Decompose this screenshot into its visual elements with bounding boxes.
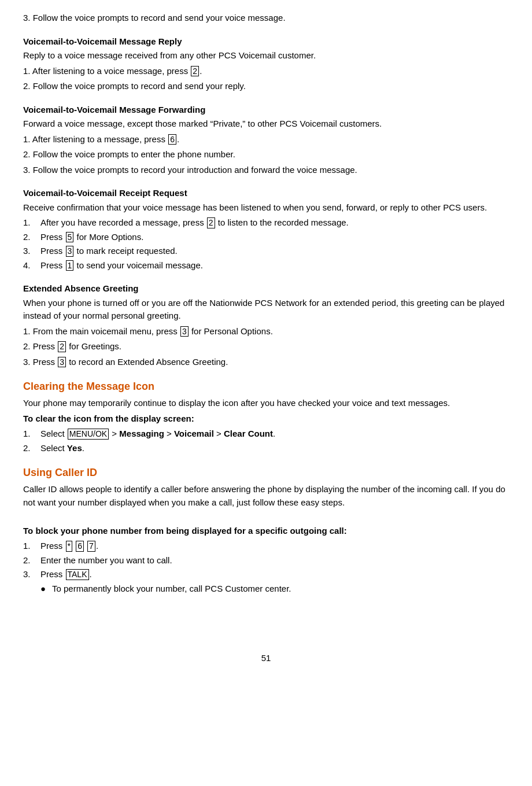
extended-absence-line1: When your phone is turned off or you are…	[23, 297, 509, 323]
vmvm-forward-step3: 3. Follow the voice prompts to record yo…	[23, 164, 509, 177]
step3-follow-text: 3. Follow the voice prompts to record an…	[23, 12, 509, 25]
menu-ok-key: MENU/OK	[68, 429, 109, 440]
clearing-step2: 2. Select Yes.	[23, 442, 509, 455]
extended-absence-step2: 2. Press 2 for Greetings.	[23, 340, 509, 353]
vmvm-forward-heading: Voicemail-to-Voicemail Message Forwardin…	[23, 104, 509, 117]
vmvm-forward-step2: 2. Follow the voice prompts to enter the…	[23, 148, 509, 161]
caller-id-line1: Caller ID allows people to identify a ca…	[23, 483, 509, 509]
step3-follow-section: 3. Follow the voice prompts to record an…	[23, 12, 509, 25]
key-star: *	[66, 541, 72, 552]
caller-id-step3: 3. Press TALK.	[23, 568, 509, 581]
vmvm-receipt-section: Voicemail-to-Voicemail Receipt Request R…	[23, 187, 509, 272]
clearing-step1: 1. Select MENU/OK > Messaging > Voicemai…	[23, 427, 509, 441]
key-1: 1	[66, 260, 74, 271]
clearing-heading: Clearing the Message Icon	[23, 379, 509, 394]
page-number: 51	[261, 653, 271, 663]
key-3-ext: 3	[180, 326, 189, 337]
vmvm-reply-heading: Voicemail-to-Voicemail Message Reply	[23, 35, 509, 49]
vmvm-reply-step1: 1. After listening to a voice message, p…	[23, 65, 509, 78]
key-2: 2	[191, 66, 199, 77]
extended-absence-section: Extended Absence Greeting When your phon…	[23, 282, 509, 368]
key-7-cid: 7	[87, 541, 95, 552]
vmvm-forward-step1: 1. After listening to a message, press 6…	[23, 133, 509, 146]
vmvm-forward-line1: Forward a voice message, except those ma…	[23, 117, 509, 131]
key-6: 6	[168, 134, 176, 145]
vmvm-reply-line1: Reply to a voice message received from a…	[23, 49, 509, 62]
receipt-step1: 1. After you have recorded a message, pr…	[23, 216, 509, 230]
caller-id-section: Using Caller ID Caller ID allows people …	[23, 465, 509, 595]
caller-id-bullet-text: To permanently block your number, call P…	[52, 582, 291, 596]
clearing-bold-label: To clear the icon from the display scree…	[23, 412, 509, 426]
extended-absence-step1: 1. From the main voicemail menu, press 3…	[23, 325, 509, 338]
caller-id-bullet: ● To permanently block your number, call…	[40, 582, 509, 596]
vmvm-receipt-heading: Voicemail-to-Voicemail Receipt Request	[23, 187, 509, 200]
extended-absence-heading: Extended Absence Greeting	[23, 282, 509, 296]
caller-id-step1: 1. Press * 6 7.	[23, 540, 509, 553]
vmvm-forward-section: Voicemail-to-Voicemail Message Forwardin…	[23, 104, 509, 177]
vmvm-receipt-line1: Receive confirmation that your voice mes…	[23, 201, 509, 215]
extended-absence-step3: 3. Press 3 to record an Extended Absence…	[23, 356, 509, 369]
receipt-step3: 3. Press 3 to mark receipt requested.	[23, 245, 509, 258]
key-2-receipt: 2	[207, 217, 215, 228]
page-content: 3. Follow the voice prompts to record an…	[0, 0, 532, 629]
caller-id-heading: Using Caller ID	[23, 465, 509, 481]
vmvm-reply-section: Voicemail-to-Voicemail Message Reply Rep…	[23, 35, 509, 93]
receipt-step2: 2. Press 5 for More Options.	[23, 231, 509, 244]
key-6-cid: 6	[76, 541, 84, 552]
key-talk: TALK	[66, 569, 89, 580]
caller-id-bold-label: To block your phone number from being di…	[23, 525, 509, 538]
key-5: 5	[66, 232, 74, 243]
clearing-line1: Your phone may temporarily continue to d…	[23, 397, 509, 410]
key-3-receipt: 3	[66, 246, 74, 257]
page-footer: 51	[0, 652, 532, 665]
caller-id-step2-text: Enter the number you want to call.	[40, 554, 172, 567]
key-2-ext: 2	[58, 341, 66, 352]
clearing-section: Clearing the Message Icon Your phone may…	[23, 379, 509, 455]
vmvm-reply-step2: 2. Follow the voice prompts to record an…	[23, 80, 509, 93]
caller-id-step2: 2. Enter the number you want to call.	[23, 554, 509, 567]
receipt-step4: 4. Press 1 to send your voicemail messag…	[23, 259, 509, 272]
key-3-ext2: 3	[58, 357, 66, 368]
